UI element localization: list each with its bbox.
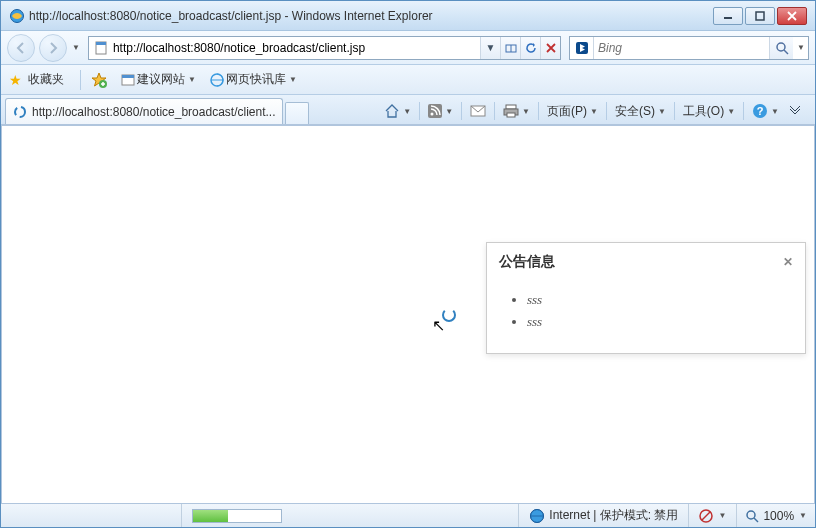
new-tab-button[interactable] <box>285 102 309 124</box>
loading-icon <box>12 104 28 120</box>
web-slice-label: 网页快讯库 <box>226 71 286 88</box>
security-zone[interactable]: Internet | 保护模式: 禁用 <box>518 504 688 527</box>
web-slice-link[interactable]: 网页快讯库 ▼ <box>206 69 301 90</box>
svg-line-8 <box>784 50 788 54</box>
svg-rect-19 <box>507 113 515 117</box>
svg-line-26 <box>754 518 758 522</box>
chevron-down-icon: ▼ <box>799 511 807 520</box>
separator <box>494 102 495 120</box>
zoom-level: 100% <box>763 509 794 523</box>
search-bar: ▼ <box>569 36 809 60</box>
expand-toolbar-icon[interactable] <box>785 104 805 118</box>
ie-icon <box>9 8 25 24</box>
window-controls <box>713 7 807 25</box>
internet-zone-icon <box>529 508 545 524</box>
print-button[interactable]: ▼ <box>499 102 534 120</box>
page-icon <box>93 40 109 56</box>
compat-view-button[interactable] <box>500 37 520 59</box>
home-button[interactable]: ▼ <box>380 101 415 121</box>
favorites-label[interactable]: 收藏夹 <box>28 71 64 88</box>
notice-item: sss <box>527 289 785 311</box>
address-dropdown-button[interactable]: ▼ <box>480 37 500 59</box>
suggested-sites-link[interactable]: 建议网站 ▼ <box>117 69 200 90</box>
loading-cursor-icon: ↖ <box>432 316 445 335</box>
safety-menu[interactable]: 安全(S)▼ <box>611 101 670 122</box>
notice-close-button[interactable]: ✕ <box>783 255 793 269</box>
minimize-button[interactable] <box>713 7 743 25</box>
protected-mode-toggle[interactable]: ▼ <box>688 504 736 527</box>
page-menu[interactable]: 页面(P)▼ <box>543 101 602 122</box>
window-titlebar: http://localhost:8080/notice_broadcast/c… <box>1 1 815 31</box>
tab-bar: http://localhost:8080/notice_broadcast/c… <box>1 95 815 125</box>
help-button[interactable]: ?▼ <box>748 101 783 121</box>
command-bar: ▼ ▼ ▼ 页面(P)▼ 安全(S)▼ 工具(O)▼ ?▼ <box>309 98 812 124</box>
stop-button[interactable] <box>540 37 560 59</box>
svg-text:?: ? <box>757 105 764 117</box>
tools-menu-label: 工具(O) <box>683 103 724 120</box>
page-content: ↖ 公告信息 ✕ sss sss <box>1 125 815 505</box>
progress-segment <box>181 504 292 527</box>
forward-button[interactable] <box>39 34 67 62</box>
suggested-sites-label: 建议网站 <box>137 71 185 88</box>
favorites-bar: ★ 收藏夹 建议网站 ▼ 网页快讯库 ▼ <box>1 65 815 95</box>
chevron-down-icon: ▼ <box>188 75 196 84</box>
separator <box>743 102 744 120</box>
search-dropdown-icon[interactable]: ▼ <box>794 43 808 52</box>
separator <box>538 102 539 120</box>
maximize-button[interactable] <box>745 7 775 25</box>
separator <box>461 102 462 120</box>
add-favorite-button[interactable] <box>87 70 111 90</box>
address-bar: ▼ <box>88 36 561 60</box>
svg-point-13 <box>15 107 25 117</box>
svg-point-7 <box>777 43 785 51</box>
chevron-down-icon: ▼ <box>718 511 726 520</box>
progress-bar <box>192 509 282 523</box>
safety-menu-label: 安全(S) <box>615 103 655 120</box>
search-input[interactable] <box>594 41 769 55</box>
chevron-down-icon: ▼ <box>289 75 297 84</box>
notice-item: sss <box>527 311 785 333</box>
svg-rect-11 <box>122 75 134 78</box>
notice-list: sss sss <box>507 289 785 333</box>
separator <box>419 102 420 120</box>
tools-menu[interactable]: 工具(O)▼ <box>679 101 739 122</box>
search-provider-icon[interactable] <box>570 37 594 59</box>
refresh-button[interactable] <box>520 37 540 59</box>
feeds-button[interactable]: ▼ <box>424 102 457 120</box>
back-button[interactable] <box>7 34 35 62</box>
favorites-star-icon[interactable]: ★ <box>9 72 22 88</box>
svg-line-24 <box>702 512 710 520</box>
read-mail-button[interactable] <box>466 103 490 119</box>
zoom-icon <box>745 509 759 523</box>
navigation-bar: ▼ ▼ ▼ <box>1 31 815 65</box>
notice-panel: 公告信息 ✕ sss sss <box>486 242 806 354</box>
close-button[interactable] <box>777 7 807 25</box>
svg-rect-4 <box>96 42 106 45</box>
browser-tab[interactable]: http://localhost:8080/notice_broadcast/c… <box>5 98 283 124</box>
notice-title: 公告信息 <box>499 253 555 271</box>
svg-rect-17 <box>506 105 516 109</box>
tab-title: http://localhost:8080/notice_broadcast/c… <box>32 105 276 119</box>
separator <box>606 102 607 120</box>
separator <box>674 102 675 120</box>
shield-off-icon <box>699 509 713 523</box>
security-zone-label: Internet | 保护模式: 禁用 <box>549 507 678 524</box>
status-bar: Internet | 保护模式: 禁用 ▼ 100% ▼ <box>1 503 815 527</box>
nav-history-dropdown-icon[interactable]: ▼ <box>72 43 80 52</box>
window-title: http://localhost:8080/notice_broadcast/c… <box>29 9 713 23</box>
search-button[interactable] <box>769 37 793 59</box>
page-menu-label: 页面(P) <box>547 103 587 120</box>
separator <box>80 70 81 90</box>
zoom-control[interactable]: 100% ▼ <box>736 504 815 527</box>
svg-point-25 <box>747 511 755 519</box>
svg-point-15 <box>431 113 434 116</box>
notice-body: sss sss <box>487 281 805 353</box>
address-input[interactable] <box>113 41 480 55</box>
svg-rect-2 <box>756 12 764 20</box>
status-message <box>1 504 181 527</box>
